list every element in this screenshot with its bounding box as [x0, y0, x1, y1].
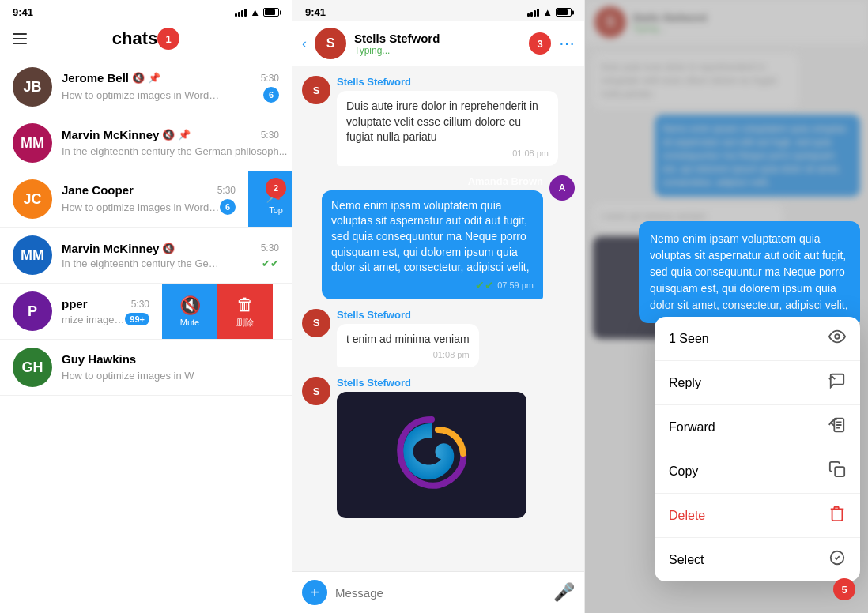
msg2-time: ✔✔ 07:59 pm	[331, 279, 534, 291]
msg1-time: 01:08 pm	[346, 149, 549, 158]
mute-icon-marvin1: 🔇	[162, 129, 175, 141]
edge-logo-svg	[392, 416, 471, 495]
unread-jane: 6	[220, 199, 236, 215]
msg2-sender: Amanda Brown	[322, 175, 543, 187]
chat-time-jane: 5:30	[217, 185, 236, 196]
message-2[interactable]: Amanda Brown Nemo enim ipsam voluptatem …	[322, 175, 543, 299]
left-panel: 9:41 ▲ chats 1 JB	[0, 0, 292, 613]
chat-item-marvin2[interactable]: MM Marvin McKinney 🔇 5:30 In the eightee…	[0, 228, 292, 284]
svg-point-0	[835, 334, 840, 339]
context-item-delete[interactable]: Delete	[655, 494, 860, 538]
wifi-icon-m: ▲	[542, 6, 553, 18]
header-info: Stells Stefword Typing...	[354, 32, 521, 56]
chat-name-marvin1: Marvin McKinney 🔇 📌	[62, 128, 191, 141]
chat-preview-marvin2: In the eighteenth century the German phi…	[62, 258, 220, 269]
message-1[interactable]: Stells Stefword Duis aute irure dolor in…	[337, 76, 558, 166]
avatar-stells2: S	[302, 309, 330, 337]
avatar-stells3: S	[302, 377, 330, 405]
context-icon-delete	[828, 505, 846, 526]
signal-icon	[235, 9, 247, 17]
right-panel: S Stells Stefword Typing... Duis aute ir…	[585, 0, 868, 613]
partial-chat-item[interactable]: P pper 5:30 mize images in WordPress... …	[0, 284, 162, 339]
partial-unread: 99+	[125, 313, 149, 325]
delete-button[interactable]: 🗑 删除	[217, 284, 273, 339]
avatar-jane: JC	[13, 179, 52, 219]
message-input[interactable]	[335, 586, 545, 600]
msg1-sender: Stells Stefword	[337, 76, 558, 88]
middle-panel: 9:41 ▲ ‹ S Stells Stefword Typing... 3 ⋯	[292, 0, 585, 613]
more-button[interactable]: ⋯	[559, 34, 575, 53]
chats-header: chats 1	[0, 21, 292, 59]
menu-icon[interactable]	[13, 33, 27, 44]
back-button[interactable]: ‹	[302, 36, 307, 52]
chat-item-jerome[interactable]: JB Jerome Bell 🔇 📌 5:30 How to optimize …	[0, 59, 292, 115]
context-label-seen: 1 Seen	[669, 332, 709, 346]
avatar-marvin1: MM	[13, 123, 52, 163]
avatar-marvin2: MM	[13, 235, 52, 275]
context-item-seen[interactable]: 1 Seen	[655, 317, 860, 361]
partial-time: 5:30	[131, 299, 149, 310]
msg2-bubble: Nemo enim ipsam voluptatem quia voluptas…	[322, 190, 543, 299]
chats-title: chats	[112, 28, 157, 49]
chat-time-jerome: 5:30	[261, 73, 279, 84]
context-item-select[interactable]: Select	[655, 538, 860, 581]
chat-time-marvin1: 5:30	[261, 130, 279, 141]
chat-input-bar: + 🎤 4	[292, 571, 584, 613]
action-row-partial: P pper 5:30 mize images in WordPress... …	[0, 284, 292, 340]
badge5: 5	[833, 578, 855, 600]
message-4[interactable]: Stells Stefword	[337, 377, 526, 518]
battery-icon-m	[556, 8, 572, 17]
message-group-2: Amanda Brown Nemo enim ipsam voluptatem …	[302, 175, 575, 299]
msg3-text: t enim ad minima veniam	[346, 333, 470, 345]
context-source-bubble: Nemo enim ipsam voluptatem quia voluptas…	[639, 221, 860, 323]
message-3[interactable]: Stells Stefword t enim ad minima veniam …	[337, 309, 479, 368]
delivered-checkmark: ✔✔	[475, 279, 494, 291]
chat-time-marvin2: 5:30	[261, 243, 279, 254]
delete-label: 删除	[236, 317, 254, 329]
svg-rect-5	[835, 467, 844, 476]
avatar-amanda: A	[549, 175, 575, 201]
chat-info-jerome: Jerome Bell 🔇 📌 5:30 How to optimize ima…	[62, 71, 279, 103]
contact-name: Stells Stefword	[354, 32, 521, 45]
mute-button[interactable]: 🔇 Mute	[162, 284, 217, 339]
chat-preview-guy: How to optimize images in W	[62, 370, 194, 382]
chat-name-jane: Jane Cooper	[62, 183, 134, 197]
message-group-4: S Stells Stefword	[302, 377, 575, 518]
time-left: 9:41	[13, 6, 33, 18]
chat-item-marvin1[interactable]: MM Marvin McKinney 🔇 📌 5:30 In the eight…	[0, 115, 292, 171]
voice-button[interactable]: 🎤	[553, 582, 575, 603]
context-item-forward[interactable]: Forward	[655, 405, 860, 449]
contact-avatar: S	[315, 28, 346, 59]
context-icon-forward	[828, 416, 846, 438]
context-icon-copy	[828, 461, 846, 482]
time-middle: 9:41	[305, 6, 326, 18]
chat-name-marvin2: Marvin McKinney 🔇	[62, 242, 175, 255]
message-group-1: S Stells Stefword Duis aute irure dolor …	[302, 76, 575, 166]
mute-action-icon: 🔇	[179, 295, 201, 316]
chat-header-middle: ‹ S Stells Stefword Typing... 3 ⋯	[292, 21, 584, 66]
top-action-btn[interactable]: 2 📌 Top	[248, 171, 292, 227]
messages-area: S Stells Stefword Duis aute irure dolor …	[292, 66, 584, 571]
battery-icon	[263, 8, 279, 17]
context-label-delete: Delete	[669, 509, 705, 523]
plus-button[interactable]: +	[302, 580, 327, 605]
context-label-forward: Forward	[669, 420, 715, 434]
top-label: Top	[269, 205, 283, 215]
header-badge3: 3	[529, 32, 551, 55]
top-badge: 2	[266, 178, 286, 198]
chat-info-marvin2: Marvin McKinney 🔇 5:30 In the eighteenth…	[62, 242, 279, 269]
msg2-text: Nemo enim ipsam voluptatem quia voluptas…	[331, 199, 530, 273]
context-label-copy: Copy	[669, 464, 698, 479]
context-item-copy[interactable]: Copy	[655, 449, 860, 494]
contact-status: Typing...	[354, 45, 521, 56]
new-badge: 1	[157, 28, 179, 50]
chat-list: JB Jerome Bell 🔇 📌 5:30 How to optimize …	[0, 59, 292, 613]
chat-info-guy: Guy Hawkins How to optimize images in W	[62, 352, 279, 382]
avatar-stells1: S	[302, 76, 330, 104]
chat-item-guy[interactable]: GH Guy Hawkins How to optimize images in…	[0, 340, 292, 396]
pin-icon-marvin1: 📌	[178, 129, 191, 141]
chat-item-jane[interactable]: JC Jane Cooper 5:30 How to optimize imag…	[0, 171, 248, 227]
context-item-reply[interactable]: Reply	[655, 361, 860, 405]
mute-icon-marvin2: 🔇	[162, 243, 175, 254]
mute-label: Mute	[180, 318, 199, 327]
